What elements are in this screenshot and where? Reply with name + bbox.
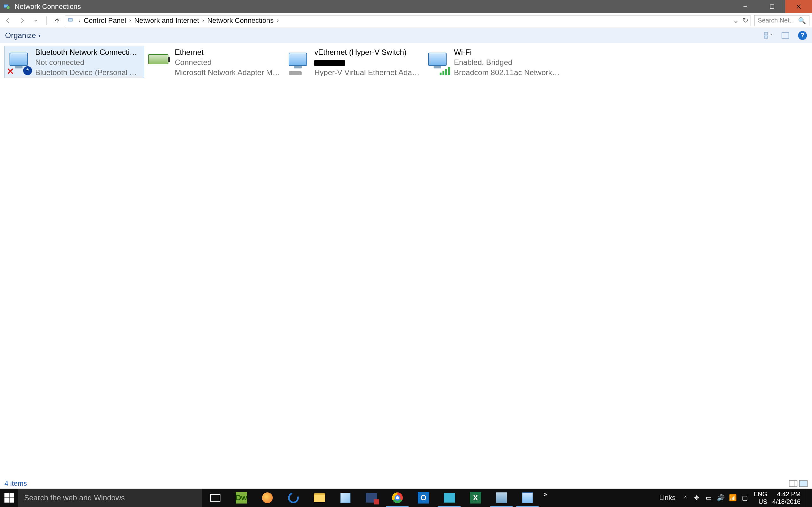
preview-pane-button[interactable] <box>781 31 790 40</box>
window-icon <box>2 2 11 11</box>
taskbar-app-photos[interactable] <box>437 489 462 507</box>
taskbar-overflow-icon[interactable]: » <box>541 491 550 498</box>
details-view-button[interactable] <box>789 481 798 487</box>
svg-rect-8 <box>764 36 768 38</box>
taskbar-app-firefox[interactable] <box>254 489 281 507</box>
svg-rect-7 <box>764 32 768 35</box>
taskbar-app-excel[interactable]: X <box>462 489 489 507</box>
connection-item[interactable]: Wi-FiEnabled, BridgedBroadcom 802.11ac N… <box>423 46 563 78</box>
refresh-button[interactable]: ↻ <box>743 16 748 25</box>
close-button[interactable] <box>785 0 812 13</box>
chevron-right-icon[interactable]: › <box>200 17 206 24</box>
connection-status: Not connected <box>35 58 141 67</box>
address-dropdown-icon[interactable]: ⌄ <box>733 16 739 25</box>
connection-item[interactable]: ✕*Bluetooth Network Connection 2Not conn… <box>4 46 144 78</box>
svg-rect-6 <box>68 18 72 21</box>
ethernet-connection-icon <box>147 48 170 71</box>
svg-point-1 <box>7 6 10 9</box>
forward-button[interactable] <box>18 16 26 25</box>
dropdown-icon: ▾ <box>38 33 41 38</box>
chevron-right-icon[interactable]: › <box>275 17 281 24</box>
connection-status: Connected <box>175 58 281 67</box>
connection-item[interactable]: EthernetConnectedMicrosoft Network Adapt… <box>144 46 284 78</box>
taskbar-app-servermgr[interactable] <box>489 489 514 507</box>
tray-wifi-icon[interactable]: 📶 <box>729 494 737 501</box>
tray-action-center-icon[interactable]: ▢ <box>742 494 749 501</box>
chevron-right-icon[interactable]: › <box>127 17 133 24</box>
taskbar-app-edge[interactable] <box>281 489 306 507</box>
breadcrumb-segment[interactable]: Network Connections <box>206 16 275 25</box>
connection-description: Broadcom 802.11ac Network Ada... <box>454 68 560 76</box>
connection-name: Ethernet <box>175 48 281 57</box>
connection-description: Microsoft Network Adapter Multi... <box>175 68 281 76</box>
taskbar-search-placeholder: Search the web and Windows <box>24 493 125 502</box>
breadcrumb-segment[interactable]: Network and Internet <box>133 16 200 25</box>
tray-volume-icon[interactable]: 🔊 <box>717 494 724 501</box>
address-bar[interactable]: › Control Panel › Network and Internet ›… <box>65 15 751 26</box>
maximize-button[interactable] <box>759 0 785 13</box>
window-title: Network Connections <box>14 3 732 11</box>
svg-rect-3 <box>770 5 774 9</box>
navigation-bar: › Control Panel › Network and Internet ›… <box>0 13 812 28</box>
task-view-button[interactable] <box>202 489 229 507</box>
connection-name: Bluetooth Network Connection 2 <box>35 48 141 57</box>
help-button[interactable]: ? <box>798 31 807 40</box>
breadcrumb-segment[interactable]: Control Panel <box>83 16 127 25</box>
taskbar-app-explorer[interactable] <box>306 489 333 507</box>
connection-status: Enabled, Bridged <box>454 58 560 67</box>
links-toolbar[interactable]: Links <box>659 494 675 502</box>
show-desktop-button[interactable] <box>806 489 809 507</box>
start-button[interactable] <box>0 489 18 507</box>
wifi-connection-icon <box>426 48 449 71</box>
chevron-right-icon[interactable]: › <box>77 17 83 24</box>
tray-clock[interactable]: 4:42 PM 4/18/2016 <box>772 490 801 505</box>
connection-description: Hyper-V Virtual Ethernet Adapter <box>314 68 420 76</box>
tray-overflow-button[interactable]: ＾ <box>682 494 688 502</box>
connection-name: vEthernet (Hyper-V Switch) <box>314 48 420 57</box>
taskbar-search[interactable]: Search the web and Windows <box>18 489 202 507</box>
back-button[interactable] <box>4 16 12 25</box>
status-bar: 4 items <box>0 478 812 489</box>
minimize-button[interactable] <box>732 0 759 13</box>
taskbar-app-dreamweaver[interactable]: Dw <box>229 489 254 507</box>
title-bar: Network Connections <box>0 0 812 13</box>
up-button[interactable] <box>53 16 61 25</box>
recent-dropdown[interactable] <box>32 16 40 25</box>
tray-language[interactable]: ENG US <box>754 490 767 505</box>
connection-description: Bluetooth Device (Personal Area ... <box>35 68 141 76</box>
taskbar: Search the web and Windows Dw O X » Link… <box>0 489 812 507</box>
taskbar-app-snip[interactable] <box>358 489 385 507</box>
tray-battery-icon[interactable]: ▭ <box>705 494 712 501</box>
connection-item[interactable]: vEthernet (Hyper-V Switch)Hyper-V Virtua… <box>284 46 423 78</box>
connection-status <box>314 58 420 67</box>
content-area[interactable]: ✕*Bluetooth Network Connection 2Not conn… <box>0 43 812 478</box>
tiles-view-button[interactable] <box>799 481 808 487</box>
tray-sync-icon[interactable]: ✥ <box>693 494 700 501</box>
organize-menu[interactable]: Organize ▾ <box>5 31 41 40</box>
taskbar-app-outlook[interactable]: O <box>410 489 437 507</box>
search-input[interactable]: Search Net... 🔍 <box>754 15 809 26</box>
view-options-button[interactable] <box>764 31 773 40</box>
location-icon <box>67 16 75 25</box>
taskbar-app-network[interactable] <box>514 489 541 507</box>
item-count: 4 items <box>4 480 27 488</box>
organize-label: Organize <box>5 31 36 40</box>
svg-rect-9 <box>782 33 789 38</box>
command-bar: Organize ▾ ? <box>0 28 812 43</box>
search-placeholder: Search Net... <box>758 17 795 24</box>
search-icon: 🔍 <box>798 17 806 24</box>
bluetooth-connection-icon: ✕* <box>7 48 30 71</box>
taskbar-app-3d[interactable] <box>333 489 358 507</box>
vethernet-connection-icon <box>287 48 309 71</box>
taskbar-app-chrome[interactable] <box>385 489 410 507</box>
connection-name: Wi-Fi <box>454 48 560 57</box>
